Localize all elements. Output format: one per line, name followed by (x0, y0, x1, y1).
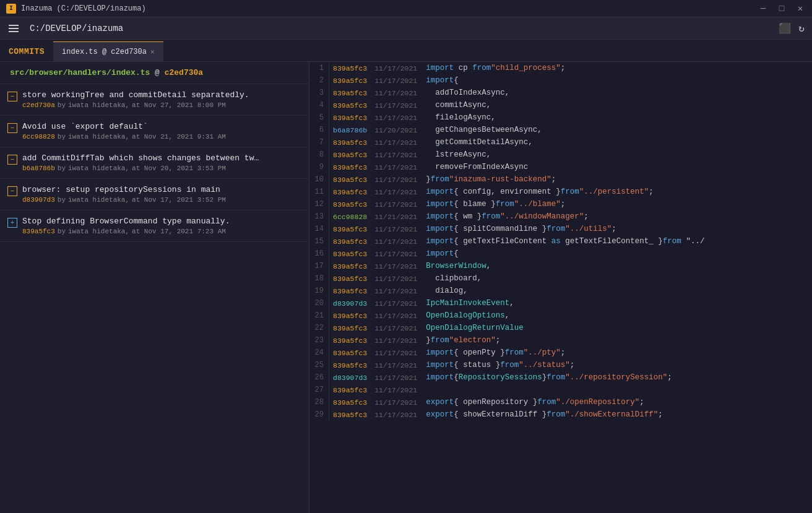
line-code: addToIndexAsync, (421, 87, 514, 99)
at-symbol: @ (155, 68, 165, 77)
commit-content-0: store workingTree and commitDetail separ… (22, 90, 301, 109)
line-hash: 839a5fc3 (329, 149, 371, 161)
line-number: 4 (309, 99, 329, 111)
commit-item-0[interactable]: − store workingTree and commitDetail sep… (0, 84, 309, 116)
tab-close-icon[interactable]: ✕ (150, 48, 155, 56)
commit-meta-4: 839a5fc3 by iwata hidetaka, at Nov 17, 2… (22, 228, 301, 235)
code-line-3: 3839a5fc311/17/2021 addToIndexAsync, (309, 87, 812, 99)
line-date: 11/17/2021 (371, 235, 421, 248)
commit-hash-0: c2ed730a (22, 101, 55, 109)
line-number: 23 (309, 334, 329, 347)
code-line-23: 23839a5fc311/17/2021} from "electron"; (309, 334, 812, 347)
commit-expand-1[interactable]: − (7, 123, 17, 133)
commit-author-label-4: by (58, 228, 66, 235)
line-hash: 839a5fc3 (329, 235, 371, 248)
line-hash: 839a5fc3 (329, 111, 371, 124)
code-view[interactable]: 1839a5fc311/17/2021import cp from "child… (309, 62, 812, 513)
line-number: 28 (309, 396, 329, 408)
commit-author-label-3: by (58, 196, 66, 204)
line-number: 10 (309, 173, 329, 186)
commit-item-1[interactable]: − Avoid use `export default` 6cc98828 by… (0, 116, 309, 147)
code-line-4: 4839a5fc311/17/2021 commitAsync, (309, 99, 812, 111)
commit-author-name-3: iwata hidetaka, (68, 196, 129, 204)
line-code: import { status } from "../status"; (421, 359, 579, 371)
line-number: 1 (309, 62, 329, 74)
menu-button[interactable] (7, 24, 20, 33)
code-line-10: 10839a5fc311/17/2021} from "inazuma-rust… (309, 173, 812, 186)
commit-item-4[interactable]: + Stop defining BrowserCommand type manu… (0, 210, 309, 242)
line-number: 5 (309, 111, 329, 124)
line-code: import { openPty } from "../pty"; (421, 347, 570, 359)
tab-file[interactable]: index.ts @ c2ed730a ✕ (53, 41, 163, 61)
commit-expand-4[interactable]: + (7, 218, 17, 228)
line-date: 11/17/2021 (371, 99, 421, 111)
line-hash: 839a5fc3 (329, 136, 371, 149)
screenshot-icon[interactable]: ⬛ (779, 22, 791, 35)
commit-hash-1: 6cc98828 (22, 133, 55, 140)
commit-message-3: browser: setup repositorySessions in mai… (22, 185, 301, 194)
code-line-25: 25839a5fc311/17/2021import { status } fr… (309, 359, 812, 371)
line-hash: 839a5fc3 (329, 260, 371, 272)
repo-path: C:/DEVELOP/inazuma (30, 24, 123, 33)
line-date: 11/17/2021 (371, 334, 421, 347)
titlebar-title: Inazuma (C:/DEVELOP/inazuma) (21, 4, 146, 13)
line-number: 2 (309, 74, 329, 87)
line-hash: 839a5fc3 (329, 248, 371, 260)
line-code: OpenDialogOptions, (421, 309, 514, 322)
file-path-header: src/browser/handlers/index.ts @ c2ed730a (0, 62, 309, 84)
line-hash: b6a8786b (329, 124, 371, 136)
line-code (421, 384, 431, 396)
line-hash: d83907d3 (329, 371, 371, 384)
tab-commits[interactable]: COMMITS (0, 41, 53, 61)
commit-expand-2[interactable]: − (7, 155, 17, 165)
line-hash: 839a5fc3 (329, 161, 371, 173)
line-number: 13 (309, 210, 329, 223)
line-number: 20 (309, 297, 329, 309)
line-code: import { (421, 74, 464, 87)
line-hash: 839a5fc3 (329, 87, 371, 99)
line-date: 11/17/2021 (371, 384, 421, 396)
line-code: commitAsync, (421, 99, 496, 111)
line-number: 25 (309, 359, 329, 371)
line-number: 8 (309, 149, 329, 161)
line-code: clipboard, (421, 272, 486, 285)
line-number: 29 (309, 408, 329, 421)
commit-author-name-4: iwata hidetaka, (68, 228, 129, 235)
code-line-20: 20d83907d311/17/2021 IpcMainInvokeEvent, (309, 297, 812, 309)
commit-content-1: Avoid use `export default` 6cc98828 by i… (22, 122, 301, 140)
code-line-2: 2839a5fc311/17/2021import { (309, 74, 812, 87)
code-line-15: 15839a5fc311/17/2021import { getTextFile… (309, 235, 812, 248)
commit-expand-0[interactable]: − (7, 92, 17, 101)
commit-date-4: at Nov 17, 2021 7:23 AM (132, 228, 226, 235)
close-button[interactable]: ✕ (795, 3, 806, 14)
line-code: import { splitCommandline } from "../uti… (421, 223, 621, 235)
commit-item-3[interactable]: − browser: setup repositorySessions in m… (0, 179, 309, 210)
line-hash: 839a5fc3 (329, 322, 371, 334)
commit-meta-1: 6cc98828 by iwata hidetaka, at Nov 21, 2… (22, 133, 301, 140)
commit-expand-3[interactable]: − (7, 186, 17, 196)
line-date: 11/17/2021 (371, 408, 421, 421)
commit-item-2[interactable]: − add CommitDiffTab which shows changes … (0, 147, 309, 179)
line-date: 11/17/2021 (371, 371, 421, 384)
minimize-button[interactable]: ─ (758, 3, 769, 14)
line-code: export { openRepository } from "./openRe… (421, 396, 649, 408)
commit-date-2: at Nov 20, 2021 3:53 PM (132, 165, 226, 172)
commit-author-0: by (58, 101, 66, 109)
line-number: 7 (309, 136, 329, 149)
line-date: 11/17/2021 (371, 186, 421, 198)
refresh-icon[interactable]: ↻ (798, 22, 805, 35)
line-code: import { getTextFileContent as getTextFi… (421, 235, 709, 248)
commit-message-1: Avoid use `export default` (22, 122, 301, 131)
line-code: IpcMainInvokeEvent, (421, 297, 519, 309)
code-line-16: 16839a5fc311/17/2021import { (309, 248, 812, 260)
line-date: 11/17/2021 (371, 272, 421, 285)
commits-list[interactable]: − store workingTree and commitDetail sep… (0, 84, 309, 513)
line-code: getCommitDetailAsync, (421, 136, 538, 149)
line-number: 21 (309, 309, 329, 322)
line-code: import { (421, 248, 464, 260)
tab-file-label: index.ts @ c2ed730a (62, 48, 147, 56)
commit-author-name-2: iwata hidetaka, (68, 165, 129, 172)
maximize-button[interactable]: □ (776, 3, 787, 14)
code-line-19: 19839a5fc311/17/2021 dialog, (309, 285, 812, 297)
line-date: 11/17/2021 (371, 248, 421, 260)
